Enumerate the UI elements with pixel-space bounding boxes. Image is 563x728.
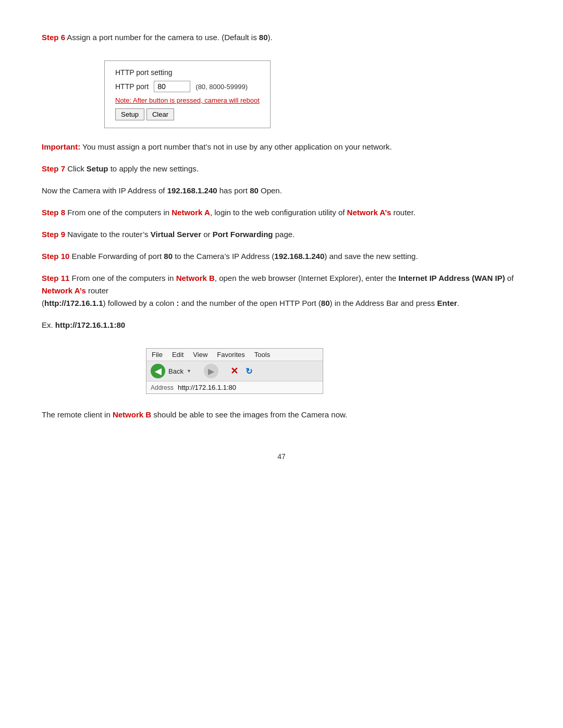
important-label: Important: xyxy=(42,142,80,151)
step6-bold: 80 xyxy=(259,33,268,42)
page-number: 47 xyxy=(42,452,521,461)
http-port-input[interactable] xyxy=(154,81,190,92)
back-icon[interactable]: ◀ xyxy=(151,364,165,378)
back-label: Back xyxy=(168,367,183,375)
stop-icon[interactable]: ✕ xyxy=(229,365,240,377)
http-port-range: (80, 8000-59999) xyxy=(195,83,248,91)
step7-text2: to apply the new settings. xyxy=(108,164,199,173)
http-btn-row: Setup Clear xyxy=(115,108,260,120)
step6-label: Step 6 xyxy=(42,33,65,42)
browser-mockup: File Edit View Favorites Tools ◀ Back ▼ … xyxy=(146,348,323,394)
step9-paragraph: Step 9 Navigate to the router’s Virtual … xyxy=(42,228,521,241)
setup-button[interactable]: Setup xyxy=(115,108,144,120)
remote-paragraph: The remote client in Network B should be… xyxy=(42,409,521,421)
http-box-title: HTTP port setting xyxy=(115,68,260,77)
step7-setup: Setup xyxy=(87,164,108,173)
step8-paragraph: Step 8 From one of the computers in Netw… xyxy=(42,206,521,219)
step11-paragraph: Step 11 From one of the computers in Net… xyxy=(42,272,521,310)
menu-file: File xyxy=(152,351,163,359)
menu-tools: Tools xyxy=(254,351,270,359)
forward-icon[interactable]: ▶ xyxy=(204,364,218,378)
step6-text: Assign a port number for the camera to u… xyxy=(65,33,259,42)
http-note: Note: After button is pressed, camera wi… xyxy=(115,96,260,104)
step7-label: Step 7 xyxy=(42,164,65,173)
refresh-icon[interactable]: ↻ xyxy=(243,365,255,377)
important-paragraph: Important: You must assign a port number… xyxy=(42,141,521,153)
menu-view: View xyxy=(193,351,207,359)
menu-edit: Edit xyxy=(172,351,183,359)
now-paragraph: Now the Camera with IP Address of 192.16… xyxy=(42,184,521,197)
step10-label: Step 10 xyxy=(42,252,69,261)
http-port-setting-box: HTTP port setting HTTP port (80, 8000-59… xyxy=(104,60,271,128)
step11-label: Step 11 xyxy=(42,274,69,282)
browser-toolbar: ◀ Back ▼ ▶ ✕ ↻ xyxy=(146,361,323,381)
step9-label: Step 9 xyxy=(42,230,65,239)
ex-paragraph: Ex. http://172.16.1.1:80 xyxy=(42,319,521,331)
back-dropdown-icon[interactable]: ▼ xyxy=(187,368,191,374)
browser-addressbar: Address http://172.16.1.1:80 xyxy=(146,381,323,393)
step10-paragraph: Step 10 Enable Forwarding of port 80 to … xyxy=(42,250,521,263)
step7-paragraph: Step 7 Click Setup to apply the new sett… xyxy=(42,163,521,175)
step7-text: Click xyxy=(65,164,87,173)
step6-paragraph: Step 6 Assign a port number for the came… xyxy=(42,31,521,44)
address-value: http://172.16.1.1:80 xyxy=(178,384,236,391)
clear-button[interactable]: Clear xyxy=(146,108,174,120)
important-text: You must assign a port number that’s not… xyxy=(80,142,392,151)
menu-favorites: Favorites xyxy=(217,351,244,359)
address-label: Address xyxy=(151,384,174,391)
ex-url: http://172.16.1.1:80 xyxy=(55,320,125,329)
step8-label: Step 8 xyxy=(42,208,65,217)
http-port-row: HTTP port (80, 8000-59999) xyxy=(115,81,260,92)
browser-menubar: File Edit View Favorites Tools xyxy=(146,349,323,361)
http-port-label: HTTP port xyxy=(115,82,149,91)
